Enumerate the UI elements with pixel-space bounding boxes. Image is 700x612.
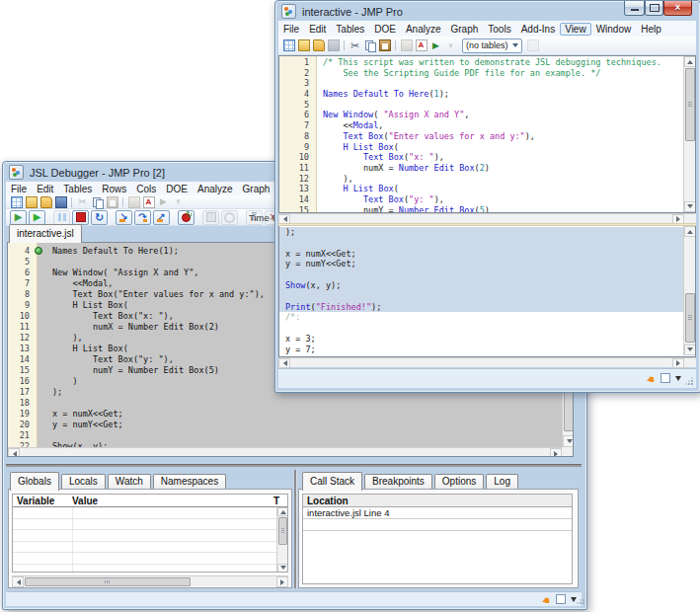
copy-icon[interactable]: [364, 39, 376, 51]
log-vscrollbar[interactable]: [683, 226, 695, 355]
pdf-icon[interactable]: [416, 39, 428, 51]
code-line: 7 <<Modal,: [279, 120, 683, 131]
line-number: 12: [279, 174, 316, 185]
menu-edit[interactable]: Edit: [304, 23, 331, 36]
log-line: /*:: [279, 312, 683, 323]
new-data-table-icon[interactable]: [283, 39, 295, 51]
log-line: x = 3;: [279, 334, 683, 344]
line-number: 14: [279, 194, 316, 205]
menu-add-ins[interactable]: Add-Ins: [516, 23, 560, 36]
log-line: [279, 291, 683, 302]
log-pane[interactable]: );x = numX<<Get;y = numY<<Get;Show(x, y)…: [278, 226, 696, 357]
code-line: 1/* This script was written to demonstra…: [279, 57, 683, 68]
code-line: 4Names Default To Here(1);: [279, 89, 683, 100]
toolbar-chevron-icon[interactable]: [445, 39, 457, 51]
code-line: 3: [279, 78, 683, 89]
jmp-app-icon: [281, 4, 296, 19]
line-number: 3: [279, 78, 316, 89]
code-line: 15 numY = Number Edit Box(5): [279, 205, 683, 213]
scroll-right-button[interactable]: [672, 358, 684, 368]
status-checkbox[interactable]: [661, 373, 670, 383]
scroll-left-button[interactable]: [278, 358, 290, 368]
script-editor-pane[interactable]: 1/* This script was written to demonstra…: [278, 55, 696, 213]
main-window-title: interactive - JMP Pro: [302, 6, 403, 18]
main-menubar: FileEditTablesDOEAnalyzeGraphToolsAdd-In…: [278, 21, 696, 38]
minimize-button[interactable]: [624, 1, 645, 16]
line-number: 2: [279, 68, 316, 79]
code-line: 8 Text Box("Enter values for x and y:"),: [279, 131, 683, 142]
scroll-to-top-icon[interactable]: [646, 372, 657, 383]
paste-icon[interactable]: [379, 39, 391, 51]
log-line: Show(x, y);: [279, 280, 683, 291]
line-number: 15: [279, 205, 316, 213]
line-number: 11: [279, 163, 316, 174]
scroll-up-button[interactable]: [684, 56, 696, 67]
window-controls: ×: [624, 1, 692, 16]
menu-file[interactable]: File: [278, 23, 304, 36]
scroll-up-button[interactable]: [684, 226, 696, 237]
main-titlebar[interactable]: interactive - JMP Pro: [281, 4, 403, 19]
main-statusbar: [278, 368, 696, 388]
scroll-thumb[interactable]: [685, 293, 695, 343]
log-line: );: [279, 227, 683, 238]
menu-help[interactable]: Help: [636, 23, 666, 36]
code-line: 13 H List Box(: [279, 184, 683, 194]
line-number: 4: [279, 89, 316, 100]
code-line: 12 ),: [279, 174, 683, 185]
cut-icon[interactable]: [350, 39, 361, 51]
code-line: 6New Window( "Assign X and Y",: [279, 110, 683, 120]
status-dropdown-icon[interactable]: [675, 376, 681, 384]
toolbar-separator: [395, 40, 396, 50]
menu-window[interactable]: Window: [591, 23, 637, 36]
desktop: JSL Debugger - JMP Pro [2] FileEditTable…: [0, 0, 700, 612]
log-line: [279, 238, 683, 249]
maximize-button[interactable]: [645, 1, 663, 16]
editor-hscrollbar[interactable]: [278, 213, 696, 223]
log-lines: );x = numX<<Get;y = numY<<Get;Show(x, y)…: [279, 227, 683, 357]
main-toolbar: (no tables): [278, 37, 696, 55]
menu-tools[interactable]: Tools: [483, 23, 515, 36]
log-line: x = numX<<Get;: [279, 249, 683, 260]
line-number: 6: [279, 110, 316, 120]
line-number: 9: [279, 142, 316, 153]
resize-grip[interactable]: [685, 377, 693, 385]
editor-code-lines: 1/* This script was written to demonstra…: [279, 57, 683, 213]
close-icon: ×: [675, 3, 681, 13]
line-number: 5: [279, 100, 316, 111]
code-line: 14 Text Box("y: "),: [279, 194, 683, 205]
code-line: 11 numX = Number Edit Box(2): [279, 163, 683, 174]
tables-dropdown[interactable]: (no tables): [462, 38, 522, 53]
window-list-icon[interactable]: [527, 39, 539, 51]
new-journal-icon[interactable]: [298, 39, 310, 51]
chevron-down-icon: [512, 43, 518, 50]
code-line: 2 See the Scripting Guide PDF file for a…: [279, 68, 683, 79]
code-line: 9 H List Box(: [279, 142, 683, 153]
line-number: 13: [279, 184, 316, 194]
scroll-down-button[interactable]: [684, 344, 696, 355]
menu-doe[interactable]: DOE: [369, 23, 401, 36]
line-number: 1: [279, 57, 316, 68]
log-hscrollbar[interactable]: [278, 357, 696, 367]
log-line: y = 7;: [279, 344, 683, 355]
log-line: [279, 323, 683, 334]
line-number: 7: [279, 120, 316, 131]
line-number: 8: [279, 131, 316, 142]
run-script-icon[interactable]: [430, 39, 442, 51]
log-line: [279, 269, 683, 280]
scroll-thumb[interactable]: [685, 68, 695, 141]
log-line: y = numY<<Get;: [279, 259, 683, 269]
close-button[interactable]: ×: [663, 1, 692, 16]
toolbar-separator: [344, 40, 345, 50]
menu-analyze[interactable]: Analyze: [401, 23, 446, 36]
print-icon[interactable]: [401, 39, 413, 51]
open-icon[interactable]: [313, 39, 325, 51]
log-line: Print("Finished!");: [279, 302, 683, 313]
menu-view[interactable]: View: [560, 23, 591, 36]
menu-graph[interactable]: Graph: [446, 23, 484, 36]
minimize-icon: [631, 9, 639, 11]
scroll-down-button[interactable]: [684, 201, 696, 212]
editor-vscrollbar[interactable]: [683, 56, 695, 212]
menu-tables[interactable]: Tables: [331, 23, 369, 36]
code-line: 10 Text Box("x: "),: [279, 152, 683, 163]
save-icon[interactable]: [328, 39, 340, 51]
